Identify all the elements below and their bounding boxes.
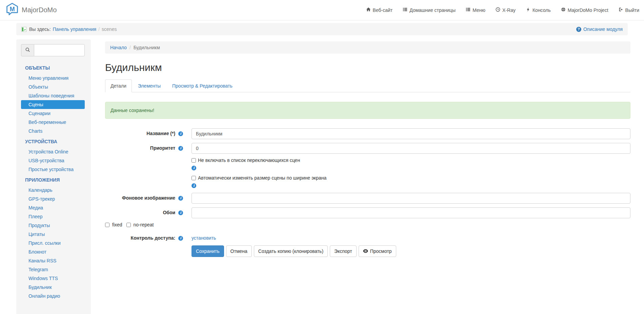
eye-icon (363, 248, 368, 254)
nav-label: Выйти (625, 7, 639, 13)
brand-name: MajorDoMo (22, 6, 57, 14)
background-image-label-text: Фоновое изображение (122, 195, 175, 201)
info-icon[interactable] (178, 146, 183, 151)
priority-label-text: Приоритет (150, 145, 175, 151)
you-are-here-label: Вы здесь: (29, 26, 51, 32)
list-icon (403, 7, 407, 13)
breadcrumb-separator: / (98, 26, 100, 32)
nav-majordomo-project[interactable]: MajorDoMo Project (561, 7, 608, 13)
sidebar-item-player[interactable]: Плеер (21, 212, 85, 221)
fixed-checkbox[interactable] (105, 223, 109, 227)
name-label-text: Название (*) (146, 131, 175, 136)
scene-details-form: Название (*) Приоритет (105, 128, 630, 257)
breadcrumb-separator: / (129, 45, 131, 50)
sidebar-item-devices-online[interactable]: Устройства Online (21, 147, 85, 156)
nav-home-pages[interactable]: Домашние страницы (403, 7, 456, 13)
wallpaper-options: fixed no-repeat (105, 222, 630, 227)
sidebar-item-media[interactable]: Медиа (21, 203, 85, 212)
tabs: Детали Элементы Просмотр & Редактировать (105, 79, 630, 92)
breadcrumb-control-panel-link[interactable]: Панель управления (53, 26, 97, 32)
page-breadcrumb: Начало / Будильникм (105, 41, 630, 54)
wallpaper-input[interactable] (192, 207, 630, 218)
nav-menu[interactable]: Меню (466, 7, 485, 13)
background-image-input[interactable] (192, 193, 630, 204)
main-content: Начало / Будильникм Будильникм Детали Эл… (105, 39, 630, 271)
nav-label: Веб-сайт (373, 7, 393, 13)
brand[interactable]: M MajorDoMo (5, 2, 57, 18)
sidebar-item-usb-devices[interactable]: USB-устройства (21, 156, 85, 165)
top-nav: Веб-сайт Домашние страницы Меню X-Ray Ко… (366, 7, 639, 13)
sidebar-item-windows-tts[interactable]: Windows TTS (21, 274, 85, 283)
sidebar-item-scenarios[interactable]: Сценарии (21, 109, 85, 118)
search-button[interactable] (21, 44, 34, 56)
sidebar-item-scenes[interactable]: Сцены (21, 100, 85, 109)
module-description-link[interactable]: Описание модуля (576, 26, 623, 32)
sidebar-section-objects: ОБЪЕКТЫ Меню управления Объекты Шаблоны … (16, 62, 91, 135)
info-icon[interactable] (192, 166, 196, 170)
preview-button[interactable]: Просмотр (359, 245, 396, 257)
clone-button[interactable]: Создать копию (клонировать) (254, 245, 328, 257)
sidebar-item-online-radio[interactable]: Онлайн радио (21, 292, 85, 300)
nav-label: Консоль (532, 7, 551, 13)
autoresize-label[interactable]: Автоматически изменять размер сцены по ш… (198, 175, 326, 181)
info-icon[interactable] (178, 210, 183, 215)
sidebar-item-telegram[interactable]: Telegram (21, 265, 85, 274)
tab-view-edit[interactable]: Просмотр & Редактировать (167, 79, 238, 92)
sidebar-item-calendar[interactable]: Календарь (21, 186, 85, 195)
app-header: M MajorDoMo Веб-сайт Домашние страницы М… (0, 0, 644, 20)
cancel-button[interactable]: Отмена (226, 245, 252, 257)
tab-elements[interactable]: Элементы (133, 79, 166, 92)
tab-details[interactable]: Детали (105, 79, 132, 92)
name-input[interactable] (192, 128, 630, 139)
info-icon[interactable] (178, 236, 183, 241)
sidebar-section-applications: ПРИЛОЖЕНИЯ Календарь GPS-трекер Медиа Пл… (16, 174, 91, 300)
page-title: Будильникм (105, 62, 630, 73)
sidebar-item-simple-devices[interactable]: Простые устройства (21, 165, 85, 174)
breadcrumb-home-link[interactable]: Начало (110, 45, 127, 50)
majordomo-logo-icon: M (5, 2, 19, 18)
fixed-label[interactable]: fixed (112, 222, 122, 227)
no-repeat-checkbox[interactable] (126, 223, 131, 227)
no-switch-label[interactable]: Не включать в список переключающихся сце… (198, 158, 300, 163)
autoresize-checkbox[interactable] (192, 176, 196, 180)
save-button[interactable]: Сохранить (192, 245, 224, 257)
sidebar-item-behavior-patterns[interactable]: Шаблоны поведения (21, 91, 85, 100)
info-icon[interactable] (178, 196, 183, 201)
sidebar-item-control-menu[interactable]: Меню управления (21, 74, 85, 82)
sidebar-item-sent-links[interactable]: Присл. ссылки (21, 239, 85, 247)
sidebar-item-products[interactable]: Продукты (21, 221, 85, 230)
sidebar-item-alarm[interactable]: Будильник (21, 283, 85, 292)
info-icon[interactable] (192, 183, 196, 188)
sidebar-item-web-variables[interactable]: Веб-переменные (21, 118, 85, 127)
access-set-link[interactable]: установить (192, 233, 216, 241)
nav-logout[interactable]: Выйти (619, 7, 639, 13)
priority-input[interactable] (192, 143, 630, 154)
sidebar-item-rss-channels[interactable]: Каналы RSS (21, 256, 85, 265)
sidebar-item-objects[interactable]: Объекты (21, 82, 85, 91)
nav-label: MajorDoMo Project (568, 7, 608, 13)
sidebar-section-title: ОБЪЕКТЫ (16, 62, 91, 74)
info-icon[interactable] (178, 131, 183, 136)
form-buttons: Сохранить Отмена Создать копию (клониров… (192, 245, 630, 257)
sidebar-item-notepad[interactable]: Блокнот (21, 247, 85, 256)
no-repeat-label[interactable]: no-repeat (134, 222, 154, 227)
success-alert: Данные сохранены! (105, 102, 630, 119)
sidebar-search (21, 44, 85, 56)
no-switch-checkbox[interactable] (192, 158, 196, 163)
export-button[interactable]: Экспорт (330, 245, 357, 257)
sidebar: ОБЪЕКТЫ Меню управления Объекты Шаблоны … (16, 39, 91, 314)
nav-website[interactable]: Веб-сайт (366, 7, 393, 13)
sidebar-item-charts[interactable]: Charts (21, 127, 85, 135)
sidebar-item-gps-tracker[interactable]: GPS-трекер (21, 195, 85, 203)
sidebar-item-quotes[interactable]: Цитаты (21, 230, 85, 239)
search-input[interactable] (34, 44, 85, 56)
nav-console[interactable]: Консоль (526, 7, 551, 13)
breadcrumb-current: Будильникм (134, 45, 160, 50)
no-switch-group: Не включать в список переключающихся сце… (192, 158, 630, 188)
globe-icon (561, 7, 566, 13)
clock-icon (496, 7, 500, 13)
name-label: Название (*) (105, 128, 183, 139)
wallpaper-label-text: Обои (163, 210, 175, 215)
nav-xray[interactable]: X-Ray (496, 7, 516, 13)
preview-button-label: Просмотр (370, 248, 392, 254)
